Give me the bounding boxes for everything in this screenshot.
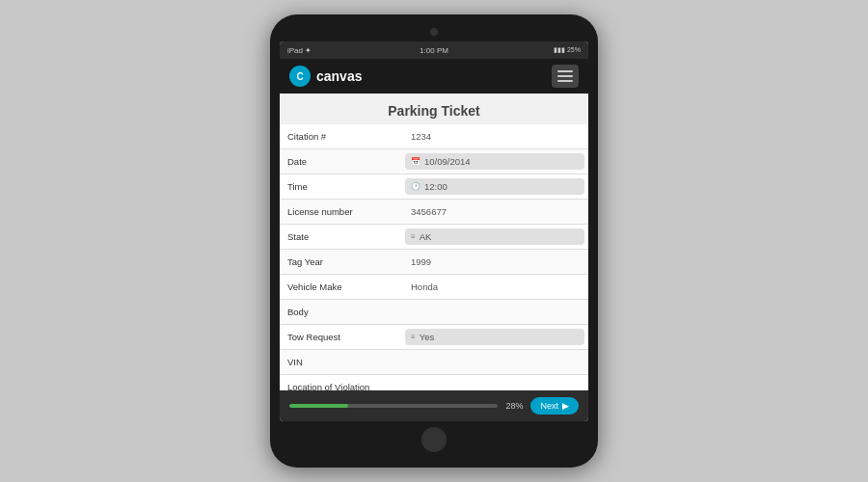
tablet-screen: iPad ✦ 1:00 PM ▮▮▮ 25% C canvas	[280, 41, 588, 421]
table-row: Citation #1234	[280, 124, 588, 149]
field-value: 12:00	[424, 181, 448, 192]
table-row: Tag Year1999	[280, 250, 588, 275]
table-row: Body	[280, 300, 588, 325]
field-icon: 📅	[411, 157, 420, 166]
row-value: 1999	[405, 253, 588, 271]
row-label: License number	[280, 202, 405, 221]
field-icon: ≡	[411, 232, 416, 241]
progress-label: 28%	[505, 401, 523, 411]
progress-track	[289, 404, 498, 408]
field-value: AK	[420, 231, 432, 242]
table-row: Vehicle MakeHonda	[280, 275, 588, 300]
next-arrow-icon: ▶	[562, 401, 569, 411]
field-value: 10/09/2014	[424, 156, 471, 167]
status-bar: iPad ✦ 1:00 PM ▮▮▮ 25%	[280, 41, 588, 59]
table-row: Location of Violation	[280, 375, 588, 390]
footer-bar: 28% Next ▶	[280, 390, 588, 421]
row-label: State	[280, 228, 405, 246]
row-label: VIN	[280, 353, 405, 371]
battery-text: ▮▮▮ 25%	[554, 46, 581, 54]
table-row: Tow Request≡Yes	[280, 325, 588, 350]
row-label: Citation #	[280, 127, 405, 146]
form-rows: Citation #1234Date📅10/09/2014Time🕐12:00L…	[280, 124, 588, 390]
nav-bar: C canvas	[280, 59, 588, 94]
next-button[interactable]: Next ▶	[530, 397, 579, 415]
progress-fill	[289, 404, 348, 408]
carrier-text: iPad ✦	[287, 46, 312, 55]
row-value	[405, 384, 588, 391]
canvas-logo: C canvas	[289, 66, 362, 87]
row-label: Tow Request	[280, 328, 405, 346]
row-label: Location of Violation	[280, 378, 405, 390]
row-value: 1234	[405, 127, 588, 146]
table-row: Date📅10/09/2014	[280, 149, 588, 174]
table-row: State≡AK	[280, 225, 588, 250]
row-value: 3456677	[405, 202, 588, 221]
row-value	[405, 359, 588, 366]
time-text: 1:00 PM	[420, 46, 448, 55]
field-icon: 🕐	[411, 182, 420, 191]
tablet-device: iPad ✦ 1:00 PM ▮▮▮ 25% C canvas	[270, 14, 598, 468]
row-label: Body	[280, 303, 405, 321]
form-title: Parking Ticket	[280, 94, 588, 124]
row-label: Vehicle Make	[280, 278, 405, 296]
field-icon: ≡	[411, 333, 416, 341]
row-value[interactable]: 📅10/09/2014	[405, 153, 584, 170]
table-row: License number3456677	[280, 200, 588, 225]
row-label: Tag Year	[280, 253, 405, 271]
canvas-icon: C	[289, 66, 311, 87]
field-value: Yes	[420, 332, 435, 342]
row-label: Time	[280, 177, 405, 196]
row-value: Honda	[405, 278, 588, 296]
hamburger-line	[557, 70, 573, 72]
table-row: Time🕐12:00	[280, 174, 588, 200]
camera	[430, 28, 438, 36]
form-container: Parking Ticket Citation #1234Date📅10/09/…	[280, 94, 588, 390]
home-button[interactable]	[421, 427, 447, 452]
row-label: Date	[280, 152, 405, 171]
next-label: Next	[540, 401, 558, 411]
hamburger-line	[557, 80, 573, 82]
app-name: canvas	[316, 68, 362, 84]
row-value	[405, 308, 588, 316]
hamburger-line	[557, 75, 573, 77]
row-value[interactable]: 🕐12:00	[405, 178, 584, 195]
menu-button[interactable]	[552, 65, 579, 88]
row-value[interactable]: ≡Yes	[405, 329, 584, 345]
table-row: VIN	[280, 350, 588, 375]
row-value[interactable]: ≡AK	[405, 228, 584, 245]
